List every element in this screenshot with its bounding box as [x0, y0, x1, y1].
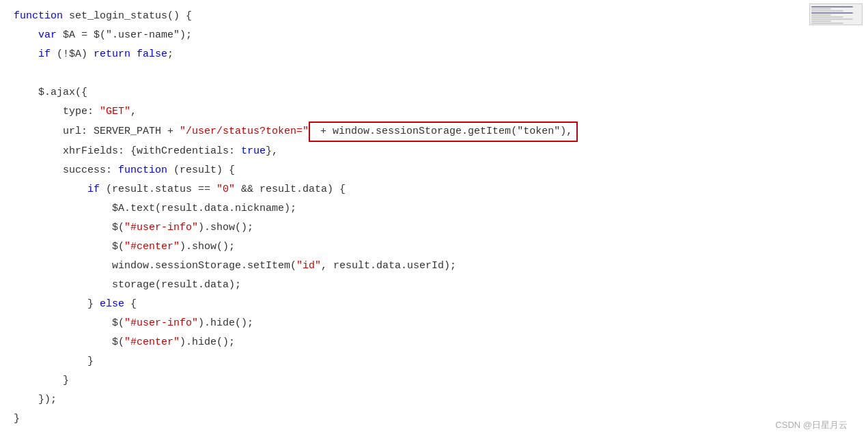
code-text: }, [266, 143, 278, 160]
code-line-17: $("#user-info").hide(); [14, 314, 854, 333]
code-line-16: } else { [14, 295, 854, 314]
string-center-hide: "#center" [124, 334, 180, 351]
code-text: $A.text(result.data.nickname); [14, 201, 296, 217]
code-text: { [124, 296, 137, 313]
code-line-5: $.ajax({ [14, 83, 854, 102]
code-text: } [14, 411, 20, 427]
string-user-info-show: "#user-info" [124, 220, 198, 236]
code-line-1: function set_login_status() { [14, 7, 854, 26]
code-text: (result.status == [100, 182, 216, 198]
code-line-20: } [14, 371, 854, 390]
string-zero: "0" [216, 182, 235, 198]
code-line-3: if (!$A) return false; [14, 45, 854, 64]
code-line-6: type: "GET", [14, 102, 854, 121]
code-text: $.ajax({ [14, 85, 87, 101]
code-text: $A = $(".user-name"); [57, 27, 192, 44]
code-line-21: }); [14, 390, 854, 410]
thumbnail-preview [809, 3, 863, 25]
code-text: set_login_status() { [63, 8, 192, 25]
code-text: storage(result.data); [14, 277, 241, 293]
code-text: $( [14, 220, 124, 236]
code-text: ; [167, 46, 173, 63]
code-text: $( [14, 334, 124, 351]
code-line-4 [14, 64, 854, 83]
code-line-14: window.sessionStorage.setItem("id", resu… [14, 257, 854, 276]
code-line-15: storage(result.data); [14, 276, 854, 295]
code-text: && result.data) { [235, 182, 346, 198]
code-line-7: url: SERVER_PATH + "/user/status?token="… [14, 121, 854, 142]
code-line-13: $("#center").show(); [14, 238, 854, 257]
keyword-var: var [38, 27, 57, 44]
string-url: "/user/status?token=" [180, 124, 309, 140]
code-line-11: $A.text(result.data.nickname); [14, 199, 854, 218]
code-text: success: [14, 162, 118, 179]
code-text [14, 27, 38, 44]
code-text: ).show(); [198, 220, 253, 236]
code-line-8: xhrFields: {withCredentials: true}, [14, 142, 854, 161]
code-text [130, 46, 137, 63]
code-text: } [14, 354, 94, 370]
code-line-2: var $A = $(".user-name"); [14, 26, 854, 45]
watermark: CSDN @日星月云 [775, 418, 848, 433]
code-text: , result.data.userId); [321, 258, 456, 274]
code-line-18: $("#center").hide(); [14, 333, 854, 352]
code-line-19: } [14, 352, 854, 371]
code-container: function set_login_status() { var $A = $… [0, 0, 868, 445]
code-text [14, 46, 38, 63]
code-text: } [14, 296, 100, 313]
code-text: (!$A) [51, 46, 94, 63]
keyword-function-2: function [118, 162, 167, 179]
string-center-show: "#center" [124, 239, 180, 255]
keyword-false: false [137, 46, 167, 63]
code-text: url: SERVER_PATH + [14, 124, 180, 140]
keyword-return: return [94, 46, 130, 63]
highlighted-expression: + window.sessionStorage.getItem("token")… [309, 121, 578, 142]
code-text: type: [14, 104, 100, 120]
code-line-9: success: function (result) { [14, 161, 854, 180]
code-text: }); [14, 392, 57, 408]
code-text: $( [14, 315, 124, 332]
code-text [14, 182, 87, 198]
string-id: "id" [296, 258, 321, 274]
keyword-if-2: if [87, 182, 100, 198]
keyword-true: true [241, 143, 266, 160]
keyword-function: function [14, 8, 63, 25]
code-text: window.sessionStorage.setItem( [14, 258, 296, 274]
code-text: $( [14, 239, 124, 255]
string-get: "GET" [100, 104, 130, 120]
code-text: ).hide(); [198, 315, 253, 332]
code-text: ).show(); [180, 239, 235, 255]
code-text: (result) { [167, 162, 235, 179]
code-line-22: } [14, 410, 854, 429]
code-line-12: $("#user-info").show(); [14, 218, 854, 238]
code-text: } [14, 373, 69, 389]
keyword-if: if [38, 46, 51, 63]
keyword-else: else [100, 296, 124, 313]
code-text: ).hide(); [180, 334, 235, 351]
code-text: , [130, 104, 137, 120]
code-line-10: if (result.status == "0" && result.data)… [14, 180, 854, 199]
string-user-info-hide: "#user-info" [124, 315, 198, 332]
code-text: xhrFields: {withCredentials: [14, 143, 241, 160]
